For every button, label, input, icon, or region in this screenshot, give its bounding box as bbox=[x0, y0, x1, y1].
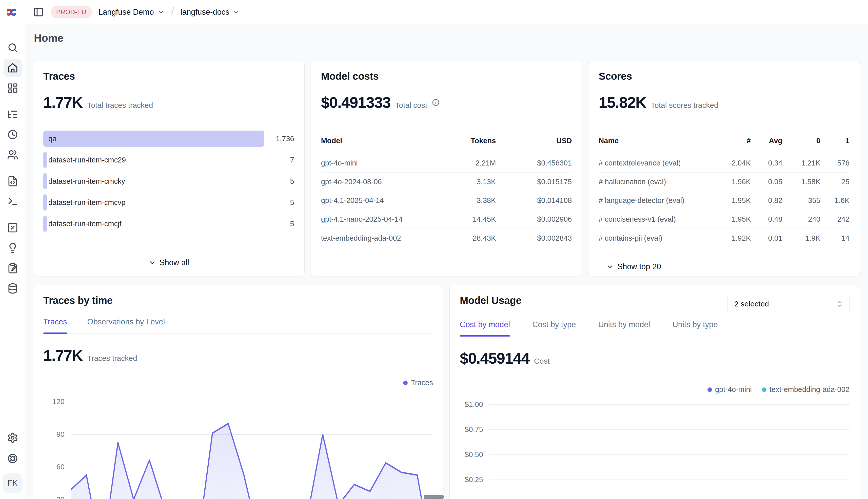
chevron-down-icon bbox=[233, 8, 240, 16]
trace-bar-row[interactable]: dataset-run-item-cmc297 bbox=[43, 152, 294, 168]
table-cell: 3.38K bbox=[432, 196, 496, 205]
table-row: # hallucination (eval)1.96K0.051.58K25 bbox=[598, 173, 849, 191]
show-top-20-label: Show top 20 bbox=[617, 262, 661, 271]
sidebar-item-users[interactable] bbox=[3, 146, 22, 164]
tab-traces[interactable]: Traces bbox=[43, 317, 67, 333]
bar-value: 7 bbox=[264, 156, 294, 164]
legend-label: text-embedding-ada-002 bbox=[770, 385, 849, 394]
traces-stat-number: 1.77K bbox=[43, 94, 83, 111]
model-usage-stat: $0.459144 Cost bbox=[460, 350, 849, 367]
sidebar-item-datasets-clipboard[interactable] bbox=[3, 259, 22, 277]
sidebar-item-playground-terminal[interactable] bbox=[3, 192, 22, 210]
scores-table: Name#Avg01# contextrelevance (eval)2.04K… bbox=[598, 137, 849, 247]
bar-region: qa bbox=[43, 131, 264, 147]
show-all-label: Show all bbox=[159, 258, 189, 267]
model-usage-y-axis: $1.00$0.75$0.50$0.25 bbox=[460, 396, 489, 499]
table-row: gpt-4o-2024-08-063.13K$0.015175 bbox=[321, 173, 572, 191]
legend-dot bbox=[403, 380, 408, 385]
traces-chart-legend: Traces bbox=[43, 379, 433, 387]
sidebar-item-support-lifebuoy[interactable] bbox=[3, 449, 22, 467]
table-header-cell: Avg bbox=[751, 137, 782, 145]
trace-bar-row[interactable]: dataset-run-item-cmcvp5 bbox=[43, 194, 294, 210]
bar-label: dataset-run-item-cmcjf bbox=[48, 220, 121, 228]
gridline bbox=[489, 429, 849, 430]
model-costs-stat-number: $0.491333 bbox=[321, 94, 391, 111]
trace-bar-row[interactable]: dataset-run-item-cmcky5 bbox=[43, 173, 294, 189]
org-switcher[interactable]: Langfuse Demo bbox=[98, 8, 165, 17]
tab-cost-by-type[interactable]: Cost by type bbox=[532, 320, 576, 336]
table-cell: gpt-4.1-2025-04-14 bbox=[321, 196, 433, 205]
page-header: Home bbox=[25, 24, 868, 52]
traces-by-time-title: Traces by time bbox=[43, 295, 433, 306]
sidebar-item-prompts-file-code[interactable] bbox=[3, 172, 22, 190]
model-costs-stat: $0.491333 Total cost bbox=[321, 94, 572, 111]
trace-bar-row[interactable]: qa1,736 bbox=[43, 131, 294, 147]
sidebar-item-settings-gear[interactable] bbox=[3, 429, 22, 447]
table-cell: gpt-4.1-nano-2025-04-14 bbox=[321, 215, 433, 223]
table-cell: # contains-pii (eval) bbox=[598, 234, 708, 242]
table-cell: $0.002843 bbox=[496, 234, 572, 242]
table-cell: $0.014108 bbox=[496, 196, 572, 205]
legend-item: gpt-4o-mini bbox=[708, 385, 752, 394]
model-usage-header: Model Usage 2 selected bbox=[460, 295, 849, 313]
sidebar-toggle-button[interactable] bbox=[33, 7, 44, 18]
table-cell: 0.34 bbox=[751, 159, 782, 167]
trace-bar-row[interactable]: dataset-run-item-cmcjf5 bbox=[43, 216, 294, 232]
y-axis-tick: $0.75 bbox=[465, 425, 483, 434]
sidebar-item-home[interactable] bbox=[3, 59, 22, 77]
tab-cost-by-model[interactable]: Cost by model bbox=[460, 320, 510, 336]
table-cell: 14.45K bbox=[432, 215, 496, 223]
sidebar-group bbox=[3, 105, 22, 164]
y-axis-tick: 120 bbox=[52, 397, 64, 406]
sidebar-item-database[interactable] bbox=[3, 279, 22, 297]
sidebar: FK bbox=[0, 24, 25, 499]
bar-fill bbox=[43, 131, 264, 147]
sidebar-item-dashboard[interactable] bbox=[3, 79, 22, 97]
table-row: # contextrelevance (eval)2.04K0.341.21K5… bbox=[598, 154, 849, 173]
table-header-cell: Tokens bbox=[432, 137, 496, 145]
avatar[interactable]: FK bbox=[3, 473, 23, 493]
model-select-dropdown[interactable]: 2 selected bbox=[727, 295, 849, 313]
table-cell: 1.21K bbox=[782, 159, 820, 167]
horizontal-scrollbar-thumb[interactable] bbox=[424, 495, 444, 499]
table-cell: 0.82 bbox=[751, 196, 782, 205]
traces-by-time-stat-label: Traces tracked bbox=[87, 354, 137, 363]
gridline bbox=[489, 454, 849, 455]
table-cell: 1.9K bbox=[782, 234, 820, 242]
topbar: PROD-EU Langfuse Demo / langfuse-docs bbox=[0, 0, 868, 24]
show-all-button[interactable]: Show all bbox=[148, 258, 189, 267]
sidebar-item-evals-percent[interactable] bbox=[3, 219, 22, 237]
table-cell: # hallucination (eval) bbox=[598, 178, 708, 186]
shell: FK Home Traces 1.77K Total traces tracke… bbox=[0, 24, 868, 499]
sidebar-item-sessions-clock[interactable] bbox=[3, 125, 22, 144]
y-axis-tick: 90 bbox=[57, 430, 64, 439]
model-costs-title: Model costs bbox=[321, 71, 572, 82]
breadcrumb-separator: / bbox=[171, 6, 174, 17]
bar-value: 5 bbox=[264, 177, 294, 185]
table-header: Name#Avg01 bbox=[598, 137, 849, 154]
sidebar-item-search[interactable] bbox=[3, 38, 22, 57]
project-switcher[interactable]: langfuse-docs bbox=[180, 8, 240, 17]
tab-observations-by-level[interactable]: Observations by Level bbox=[87, 317, 165, 333]
table-cell: $0.015175 bbox=[496, 178, 572, 186]
bar-fill bbox=[43, 194, 47, 210]
y-axis-tick: $0.50 bbox=[465, 450, 483, 459]
table-cell: 0.48 bbox=[751, 215, 782, 223]
model-usage-legend: gpt-4o-minitext-embedding-ada-002 bbox=[460, 385, 849, 394]
scores-stat: 15.82K Total scores tracked bbox=[598, 94, 849, 111]
table-cell: 0.01 bbox=[751, 234, 782, 242]
bottom-cards-row: Traces by time TracesObservations by Lev… bbox=[33, 285, 860, 499]
tab-units-by-model[interactable]: Units by model bbox=[598, 320, 650, 336]
traces-line-chart bbox=[71, 389, 433, 499]
sidebar-item-tracing-tree[interactable] bbox=[3, 105, 22, 123]
show-top-20-button[interactable]: Show top 20 bbox=[606, 262, 849, 271]
table-row: # language-detector (eval)1.95K0.823551.… bbox=[598, 191, 849, 210]
top-cards-row: Traces 1.77K Total traces tracked qa1,73… bbox=[33, 61, 860, 276]
tab-units-by-type[interactable]: Units by type bbox=[672, 320, 717, 336]
sidebar-item-judge-lightbulb[interactable] bbox=[3, 239, 22, 257]
table-cell: 576 bbox=[820, 159, 849, 167]
table-cell: $0.456301 bbox=[496, 159, 572, 167]
traces-by-time-tabs: TracesObservations by Level bbox=[43, 317, 433, 333]
table-cell: # contextrelevance (eval) bbox=[598, 159, 708, 167]
table-cell: gpt-4o-2024-08-06 bbox=[321, 178, 433, 186]
